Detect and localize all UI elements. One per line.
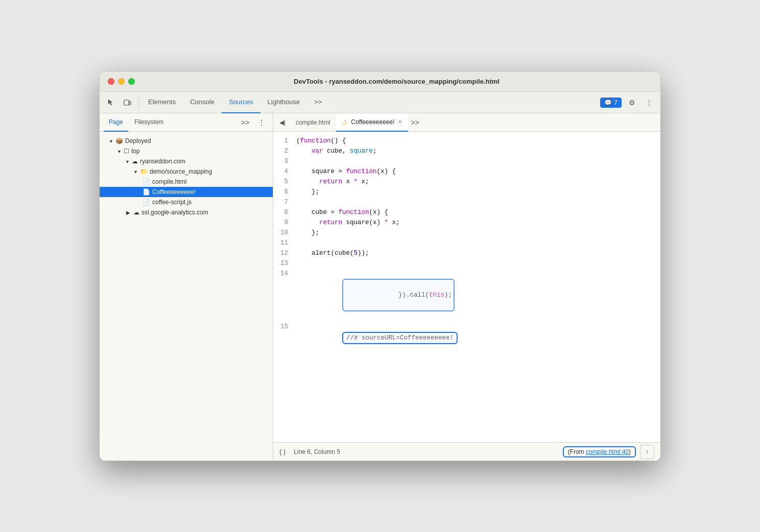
tree-item-deployed[interactable]: ▾ 📦 Deployed — [100, 136, 273, 146]
source-link[interactable]: compile.html:40 — [586, 448, 629, 455]
source-from-text: (From — [568, 448, 586, 455]
sidebar-menu-btn[interactable]: ⋮ — [254, 115, 269, 130]
arrow-icon: ▶ — [126, 210, 130, 215]
box-icon: 📦 — [115, 137, 123, 144]
tree-item-compile-html[interactable]: 📄 compile.html — [100, 177, 273, 187]
tab-more[interactable]: >> — [307, 92, 329, 113]
devtools-window: DevTools - ryanseddon.com/demo/source_ma… — [99, 71, 661, 461]
code-line-7: 7 — [273, 197, 660, 207]
code-line-10: 10 }; — [273, 228, 660, 238]
devtools-right-actions: 💬 7 ⚙ ⋮ — [600, 95, 656, 110]
editor-area: ◀| compile.html ⚠ Coffeeeeeeeee! ✕ >> 1 … — [273, 113, 660, 461]
tree-item-ryanseddon[interactable]: ▾ ☁ ryanseddon.com — [100, 156, 273, 166]
tab-console[interactable]: Console — [183, 92, 222, 113]
editor-tab-coffeescript[interactable]: ⚠ Coffeeeeeeeee! ✕ — [336, 113, 408, 132]
sidebar-tabs: Page Filesystem >> ⋮ — [100, 113, 273, 132]
file-icon: 📄 — [142, 178, 150, 185]
cursor-location: Line 6, Column 5 — [294, 448, 558, 455]
code-line-11: 11 — [273, 238, 660, 248]
tree-item-coffee-script-js[interactable]: 📄 coffee-script.js — [100, 197, 273, 207]
tree-item-ssl-google[interactable]: ▶ ☁ ssl.google-analytics.com — [100, 207, 273, 217]
close-button[interactable] — [108, 78, 114, 85]
status-bar: { } Line 6, Column 5 (From compile.html:… — [273, 442, 660, 461]
main-content: Page Filesystem >> ⋮ ▾ 📦 Deployed — [100, 113, 660, 461]
code-line-1: 1 (function() { — [273, 136, 660, 146]
editor-tabs: ◀| compile.html ⚠ Coffeeeeeeeee! ✕ >> — [273, 113, 660, 132]
sidebar-tab-actions: >> ⋮ — [238, 115, 269, 130]
tab-sources[interactable]: Sources — [222, 92, 260, 113]
tree-item-top[interactable]: ▾ ☐ top — [100, 146, 273, 156]
settings-button[interactable]: ⚙ — [625, 95, 639, 110]
code-line-6: 6 }; — [273, 187, 660, 197]
cloud-icon: ☁ — [133, 209, 139, 216]
arrow-icon: ▾ — [126, 159, 129, 164]
svg-rect-0 — [124, 100, 129, 105]
window-title: DevTools - ryanseddon.com/demo/source_ma… — [141, 78, 652, 85]
inspect-icon[interactable] — [104, 95, 118, 110]
folder-icon: 📁 — [140, 168, 148, 175]
arrow-icon: ▾ — [134, 169, 137, 175]
device-icon[interactable] — [120, 95, 134, 110]
file-icon: 📄 — [142, 188, 150, 196]
sidebar-tab-filesystem[interactable]: Filesystem — [129, 113, 169, 132]
close-tab-button[interactable]: ✕ — [398, 119, 402, 125]
upload-button[interactable]: ↑ — [640, 445, 654, 459]
file-icon: 📄 — [142, 199, 150, 206]
devtools-tabbar: Elements Console Sources Lighthouse >> 💬… — [100, 92, 660, 113]
code-line-8: 8 cube = function(x) { — [273, 207, 660, 217]
arrow-icon: ▾ — [110, 138, 112, 144]
file-tree: ▾ 📦 Deployed ▾ ☐ top ▾ ☁ ryanseddon.com — [100, 132, 273, 461]
traffic-lights — [108, 78, 135, 85]
editor-tabs-more[interactable]: >> — [408, 115, 422, 130]
code-line-5: 5 return x * x; — [273, 177, 660, 187]
format-button[interactable]: { } — [279, 448, 286, 455]
minimize-button[interactable] — [118, 78, 125, 85]
sidebar-more-btn[interactable]: >> — [238, 115, 252, 130]
code-line-4: 4 square = function(x) { — [273, 166, 660, 177]
code-line-15: 15 //# sourceURL=Coffeeeeeeeee! — [273, 322, 660, 354]
code-line-14: 14 }).call(this); — [273, 269, 660, 322]
titlebar: DevTools - ryanseddon.com/demo/source_ma… — [100, 71, 660, 92]
maximize-button[interactable] — [128, 78, 135, 85]
tree-item-coffeescript[interactable]: 📄 Coffeeeeeeeee! — [100, 187, 273, 197]
arrow-icon: ▾ — [118, 149, 121, 154]
warning-icon: ⚠ — [342, 118, 348, 126]
chat-icon: 💬 — [604, 99, 612, 106]
page-icon: ☐ — [124, 148, 129, 155]
sidebar: Page Filesystem >> ⋮ ▾ 📦 Deployed — [100, 113, 273, 461]
code-line-12: 12 alert(cube(5)); — [273, 248, 660, 258]
cloud-icon: ☁ — [132, 158, 138, 165]
sidebar-tab-page[interactable]: Page — [104, 113, 128, 132]
tree-item-demo-folder[interactable]: ▾ 📁 demo/source_mapping — [100, 166, 273, 177]
devtools-icons — [104, 95, 139, 110]
tab-elements[interactable]: Elements — [141, 92, 183, 113]
tab-lighthouse[interactable]: Lighthouse — [260, 92, 307, 113]
code-line-13: 13 — [273, 258, 660, 269]
editor-tab-compile-html[interactable]: compile.html — [290, 113, 336, 132]
back-button[interactable]: ◀| — [275, 115, 290, 130]
chat-badge[interactable]: 💬 7 — [600, 98, 622, 108]
code-editor[interactable]: 1 (function() { 2 var cube, square; 3 4 — [273, 132, 660, 442]
code-line-3: 3 — [273, 156, 660, 166]
svg-rect-1 — [129, 101, 131, 105]
source-url-box: //# sourceURL=Coffeeeeeeeee! — [342, 332, 458, 344]
code-line-9: 9 return square(x) * x; — [273, 217, 660, 228]
code-line-2: 2 var cube, square; — [273, 146, 660, 156]
source-location-badge: (From compile.html:40) — [563, 446, 636, 457]
more-button[interactable]: ⋮ — [642, 95, 656, 110]
chat-count: 7 — [614, 99, 618, 106]
